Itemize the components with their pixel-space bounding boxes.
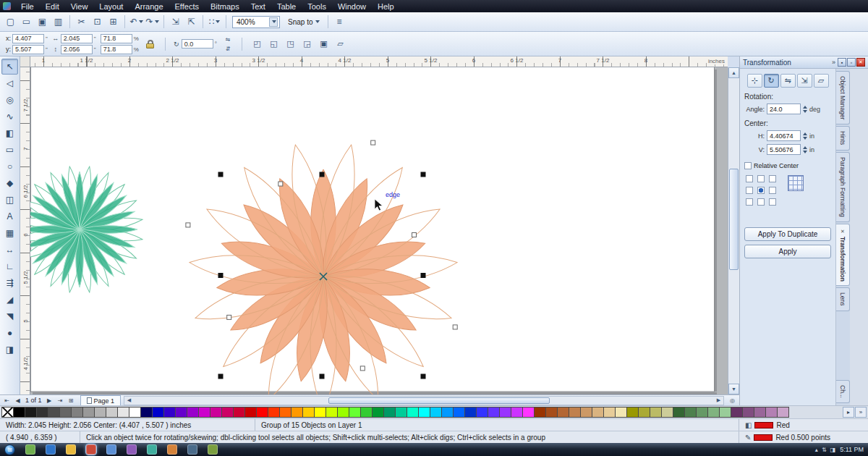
horizontal-ruler[interactable]: inches 11 1/222 1/233 1/244 1/255 1/266 … xyxy=(30,56,728,67)
snap-to-dropdown[interactable]: Snap to xyxy=(283,16,325,28)
color-swatch[interactable] xyxy=(453,407,465,418)
color-swatch[interactable] xyxy=(592,407,604,418)
color-swatch[interactable] xyxy=(557,407,569,418)
export-button[interactable]: ⇱ xyxy=(184,14,199,30)
to-back-button[interactable]: ▣ xyxy=(316,36,331,51)
docker-tab-ch-[interactable]: Ch... xyxy=(836,380,850,403)
navigator-button[interactable]: ◎ xyxy=(727,396,738,405)
object-width-field[interactable]: 2.045 xyxy=(61,34,93,43)
color-swatch[interactable] xyxy=(580,407,592,418)
anchor-bottom-left-checkbox[interactable] xyxy=(746,198,753,206)
color-swatch[interactable] xyxy=(476,407,488,418)
color-swatch[interactable] xyxy=(383,407,396,418)
color-swatch[interactable] xyxy=(372,407,384,418)
last-page-button[interactable]: ⇥ xyxy=(55,396,66,405)
color-swatch[interactable] xyxy=(25,407,37,418)
color-swatch[interactable] xyxy=(198,407,210,418)
zoom-level-combo[interactable]: 400% xyxy=(232,16,280,28)
ruler-origin[interactable] xyxy=(20,56,30,67)
smart-fill-tool[interactable]: ◧ xyxy=(1,125,18,141)
color-swatch[interactable] xyxy=(765,407,778,418)
menu-window[interactable]: Window xyxy=(332,1,372,12)
undo-button[interactable]: ↶ xyxy=(129,14,144,30)
color-swatch[interactable] xyxy=(777,407,789,418)
dimension-tool[interactable]: ↔ xyxy=(1,242,18,258)
menu-help[interactable]: Help xyxy=(372,1,400,12)
close-docker-button[interactable]: ✕ xyxy=(856,58,865,67)
color-swatch[interactable] xyxy=(302,407,315,418)
scale-mirror-transform-button[interactable]: ⇋ xyxy=(780,74,796,88)
cut-button[interactable]: ✂ xyxy=(74,14,89,30)
vertical-ruler[interactable]: 7 1/276 1/265 1/254 1/2 xyxy=(20,67,30,394)
rotation-transform-button[interactable]: ↻ xyxy=(764,74,779,88)
color-swatch[interactable] xyxy=(488,407,500,418)
menu-tools[interactable]: Tools xyxy=(302,1,332,12)
save-button[interactable]: ▣ xyxy=(35,14,50,30)
color-swatch[interactable] xyxy=(638,407,650,418)
page-tab[interactable]: Page 1 xyxy=(80,395,122,405)
menu-table[interactable]: Table xyxy=(271,1,302,12)
color-swatch[interactable] xyxy=(268,407,280,418)
color-swatch[interactable] xyxy=(152,407,164,418)
color-swatch[interactable] xyxy=(187,407,199,418)
apply-to-duplicate-button[interactable]: Apply To Duplicate xyxy=(744,227,831,241)
add-page-button[interactable]: ⊞ xyxy=(66,396,77,405)
copy-button[interactable]: ⊡ xyxy=(90,14,105,30)
color-swatch[interactable] xyxy=(221,407,234,418)
lock-ratio-button[interactable] xyxy=(143,35,158,54)
color-swatch[interactable] xyxy=(82,407,95,418)
print-button[interactable]: ▥ xyxy=(51,14,66,30)
taskbar-app-3[interactable] xyxy=(66,444,76,455)
volume-icon[interactable]: ◨ xyxy=(830,447,836,453)
open-button[interactable]: ▭ xyxy=(19,14,34,30)
color-swatch[interactable] xyxy=(731,407,743,418)
vertical-scrollbar-thumb[interactable] xyxy=(729,169,739,270)
pick-tool[interactable]: ↖ xyxy=(1,59,18,75)
color-swatch[interactable] xyxy=(94,407,106,418)
convert-to-curves-button[interactable]: ▱ xyxy=(333,36,348,51)
eyedropper-tool[interactable]: ◢ xyxy=(1,292,18,308)
taskbar-app-2[interactable] xyxy=(46,444,56,455)
color-swatch[interactable] xyxy=(59,407,72,418)
apply-button[interactable]: Apply xyxy=(744,245,831,258)
center-v-input[interactable]: 5.50676 xyxy=(767,144,801,155)
taskbar-app-6[interactable] xyxy=(127,444,137,455)
docker-tab-lens[interactable]: Lens xyxy=(836,287,850,311)
menu-effects[interactable]: Effects xyxy=(169,1,205,12)
rotation-preview-handle[interactable] xyxy=(371,140,375,145)
menu-bitmaps[interactable]: Bitmaps xyxy=(205,1,245,12)
palette-scroll-right-button[interactable]: ▸ xyxy=(843,407,854,418)
skew-transform-button[interactable]: ▱ xyxy=(814,74,829,88)
rectangle-tool[interactable]: ▭ xyxy=(1,142,18,158)
color-swatch[interactable] xyxy=(626,407,639,418)
docker-tab-hints[interactable]: Hints xyxy=(836,126,850,150)
color-swatch[interactable] xyxy=(129,407,141,418)
center-h-spinner[interactable] xyxy=(803,132,807,140)
angle-input[interactable]: 24.0 xyxy=(767,104,801,114)
color-swatch[interactable] xyxy=(673,407,685,418)
color-swatch[interactable] xyxy=(13,407,25,418)
selection-handle[interactable] xyxy=(320,374,325,379)
ungroup-all-button[interactable]: ◳ xyxy=(283,36,298,51)
blend-tool[interactable]: ⇶ xyxy=(1,275,18,291)
anchor-middle-left-checkbox[interactable] xyxy=(746,187,753,194)
object-y-field[interactable]: 5.507 xyxy=(12,45,44,54)
docker-tab-transformation[interactable]: ✕Transformation xyxy=(836,224,850,287)
color-swatch[interactable] xyxy=(360,407,373,418)
relative-center-checkbox[interactable] xyxy=(744,162,752,169)
anchor-bottom-center-checkbox[interactable] xyxy=(757,198,765,206)
color-swatch[interactable] xyxy=(754,407,766,418)
rotation-preview-handle[interactable] xyxy=(412,233,417,237)
selection-handle[interactable] xyxy=(421,374,426,379)
selection-handle[interactable] xyxy=(320,172,325,177)
anchor-top-right-checkbox[interactable] xyxy=(769,175,776,182)
color-swatch[interactable] xyxy=(522,407,535,418)
color-swatch[interactable] xyxy=(534,407,546,418)
mirror-vertical-button[interactable]: ⇵ xyxy=(221,44,234,53)
ungroup-button[interactable]: ◱ xyxy=(266,36,281,51)
horizontal-scrollbar-thumb[interactable] xyxy=(328,397,550,404)
menu-view[interactable]: View xyxy=(65,1,94,12)
color-swatch[interactable] xyxy=(106,407,118,418)
color-swatch[interactable] xyxy=(499,407,511,418)
rotation-preview-handle[interactable] xyxy=(227,315,231,319)
